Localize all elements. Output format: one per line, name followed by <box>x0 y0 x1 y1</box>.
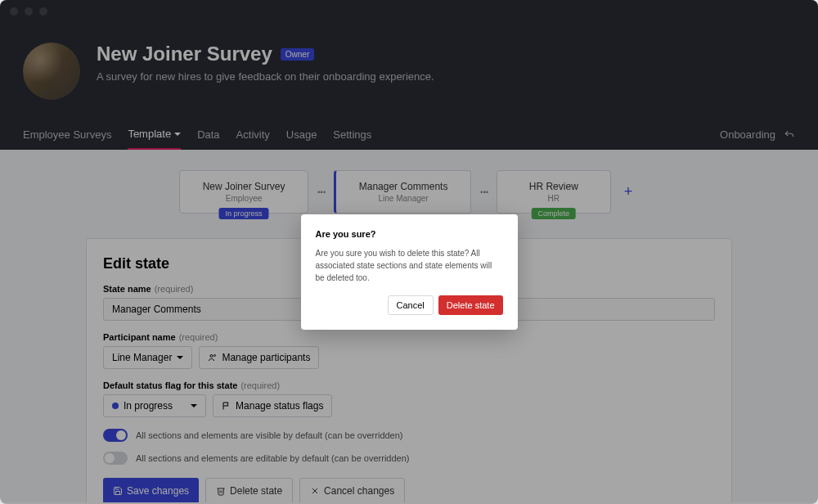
modal-confirm-delete-button[interactable]: Delete state <box>438 295 503 315</box>
modal-overlay[interactable]: Are you sure? Are you sure you wish to d… <box>0 0 818 504</box>
app-window: New Joiner Survey Owner A survey for new… <box>0 0 818 504</box>
confirm-delete-modal: Are you sure? Are you sure you wish to d… <box>301 214 518 330</box>
modal-body: Are you sure you wish to delete this sta… <box>316 247 503 284</box>
modal-title: Are you sure? <box>316 229 503 239</box>
modal-cancel-button[interactable]: Cancel <box>388 295 434 315</box>
